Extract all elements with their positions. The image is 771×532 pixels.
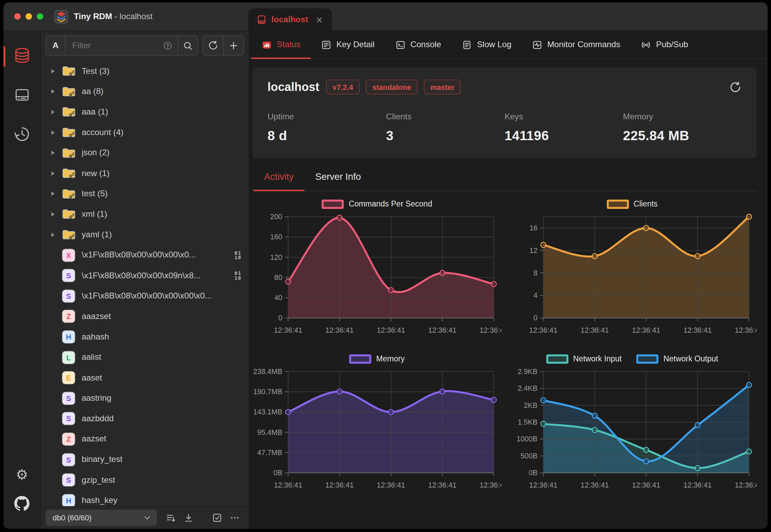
tree-folder-item[interactable]: test (5) [41, 184, 249, 204]
caret-right-icon[interactable] [50, 150, 62, 156]
more-actions-button[interactable] [226, 509, 244, 527]
tree-key-label: aaset [82, 373, 102, 383]
tree-folder-item[interactable]: aaa (1) [41, 102, 249, 122]
server-icon [257, 15, 266, 25]
connection-tab-localhost[interactable]: localhost [248, 8, 332, 31]
tree-key-item[interactable]: Eaaset [41, 368, 249, 388]
svg-text:238.4MB: 238.4MB [253, 368, 282, 376]
server-badge: standalone [366, 80, 418, 94]
legend-item-clients[interactable]: Clients [606, 199, 657, 209]
close-tab-icon[interactable] [315, 15, 323, 24]
filter-mode-button[interactable]: A [46, 36, 65, 55]
svg-text:?: ? [166, 42, 169, 48]
add-key-button[interactable] [223, 36, 244, 55]
rail-item-history[interactable] [7, 123, 37, 145]
caret-right-icon[interactable] [50, 130, 62, 135]
search-button[interactable] [178, 36, 198, 55]
legend-label: Network Output [664, 354, 718, 363]
tree-key-item[interactable]: Saastring [41, 388, 249, 409]
caret-right-icon[interactable] [50, 68, 62, 74]
activity-charts: Commands Per Second0408012016020012:36:4… [252, 194, 757, 498]
stat-clients: Clients3 [386, 112, 504, 144]
folder-key-icon [62, 106, 76, 118]
tree-key-item[interactable]: Hhash_key [41, 490, 249, 506]
tree-key-item[interactable]: Laalist [41, 347, 249, 368]
load-all-keys-button[interactable] [180, 509, 197, 527]
legend-item-memory[interactable]: Memory [349, 354, 405, 363]
tree-folder-item[interactable]: yaml (1) [41, 225, 249, 245]
svg-text:500B: 500B [521, 452, 538, 460]
tree-key-item[interactable]: Sgzip_test [41, 470, 249, 490]
server-stats: Uptime8 dClients3Keys141196Memory225.84 … [267, 112, 742, 144]
caret-right-icon[interactable] [50, 211, 62, 217]
svg-text:12:36:41: 12:36:41 [529, 326, 558, 334]
history-icon [14, 126, 30, 143]
tree-folder-item[interactable]: new (1) [41, 163, 249, 184]
tree-folder-label: yaml (1) [82, 230, 112, 240]
tree-key-label: hash_key [82, 495, 118, 505]
tree-key-item[interactable]: Haahash [41, 327, 249, 347]
legend-item-network-input[interactable]: Network Input [546, 354, 622, 363]
tab-activity[interactable]: Activity [253, 171, 304, 191]
settings-button[interactable]: ⚙ [7, 464, 37, 486]
tree-folder-item[interactable]: json (2) [41, 143, 249, 163]
tab-slow-log[interactable]: Slow Log [452, 31, 522, 59]
help-icon: ? [163, 41, 173, 51]
stat-label: Uptime [267, 112, 386, 122]
filter-input[interactable] [71, 40, 162, 51]
stat-value: 225.84 MB [623, 128, 741, 144]
legend-swatch [606, 199, 629, 209]
tree-key-item[interactable]: X\x1F\x8B\x08\x00\x00\x00\x0...0110 [41, 245, 249, 265]
tree-folder-item[interactable]: xml (1) [41, 204, 249, 225]
tree-folder-item[interactable]: Test (3) [41, 61, 249, 81]
caret-right-icon[interactable] [50, 109, 62, 115]
tree-key-item[interactable]: Sbinary_test [41, 449, 249, 470]
stat-value: 8 d [267, 128, 386, 144]
checkbox-mode-button[interactable] [208, 509, 226, 527]
zoom-window-button[interactable] [37, 13, 43, 20]
minimize-window-button[interactable] [26, 13, 32, 20]
caret-right-icon[interactable] [50, 232, 62, 238]
app-logo-icon [55, 10, 68, 23]
rail-item-server[interactable] [7, 84, 37, 106]
legend-item-commands-per-second[interactable]: Commands Per Second [322, 199, 432, 209]
main-panel: StatusKey DetailConsoleSlow LogMonitor C… [249, 31, 768, 529]
rail-item-browser[interactable] [7, 45, 37, 66]
filter-input-wrap: ? [65, 36, 178, 55]
folder-key-icon [62, 168, 76, 179]
tree-key-item[interactable]: S\x1F\x8B\x08\x00\x00\x09n\x8...0110 [41, 265, 249, 286]
legend-item-network-output[interactable]: Network Output [637, 354, 718, 363]
tab-status[interactable]: Status [251, 31, 311, 59]
slow-log-icon [462, 40, 472, 50]
tab-monitor-commands[interactable]: Monitor Commands [522, 31, 630, 59]
tree-key-item[interactable]: S\x1F\x8B\x08\x00\x00\x00\x00\x0... [41, 286, 249, 306]
tree-key-item[interactable]: Saazbddd [41, 409, 249, 429]
key-type-badge-l: L [62, 351, 75, 364]
gear-icon: ⚙ [16, 468, 28, 482]
tree-folder-item[interactable]: aa (8) [41, 81, 249, 102]
tab-server-info[interactable]: Server Info [304, 171, 372, 191]
caret-right-icon[interactable] [50, 89, 62, 94]
tree-key-item[interactable]: Zaazset [41, 429, 249, 449]
key-type-badge-h: H [62, 494, 75, 506]
key-type-badge-x: X [62, 249, 75, 262]
refresh-status-button[interactable] [729, 81, 742, 93]
legend-label: Commands Per Second [349, 200, 432, 209]
load-more-keys-button[interactable] [162, 509, 180, 527]
caret-right-icon[interactable] [50, 191, 62, 197]
tree-folder-item[interactable]: account (4) [41, 122, 249, 143]
server-nav-tabs: StatusKey DetailConsoleSlow LogMonitor C… [249, 31, 768, 59]
tab-console[interactable]: Console [385, 31, 452, 59]
svg-text:2.9KB: 2.9KB [518, 368, 537, 376]
close-window-button[interactable] [14, 13, 21, 20]
tab-pub-sub[interactable]: Pub/Sub [630, 31, 698, 59]
github-button[interactable] [7, 492, 37, 514]
database-select[interactable]: db0 (60/60) [46, 510, 157, 526]
tab-key-detail[interactable]: Key Detail [311, 31, 385, 59]
caret-right-icon[interactable] [50, 170, 62, 176]
key-detail-icon [321, 40, 331, 50]
folder-key-icon [62, 229, 76, 240]
tree-key-item[interactable]: Zaaazset [41, 306, 249, 327]
activity-tabs: ActivityServer Info [252, 171, 757, 191]
reload-keys-button[interactable] [203, 36, 223, 55]
